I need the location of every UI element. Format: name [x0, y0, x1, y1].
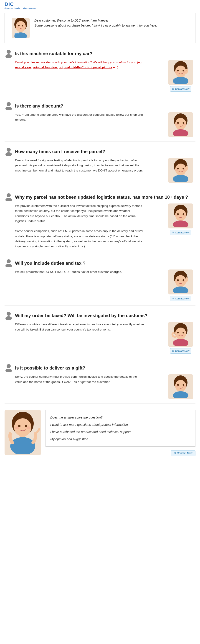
section-2-avatar: [168, 112, 193, 137]
svg-point-63: [183, 332, 184, 334]
section-5-header: Will you include duties and tax ?: [5, 259, 195, 267]
svg-point-55: [173, 286, 188, 293]
divider-7: [5, 403, 195, 404]
section-6-contact-btn[interactable]: ✉ Contact Now: [170, 348, 191, 354]
person-icon-1: [5, 50, 13, 58]
svg-point-75: [183, 386, 186, 387]
svg-point-47: [183, 214, 186, 216]
footer-avatar-svg: [6, 411, 40, 454]
person-icon-6: [5, 312, 13, 320]
msg-icon-6: ✉: [172, 349, 174, 352]
avatar-svg-3: [169, 159, 192, 182]
svg-point-35: [173, 175, 188, 182]
footer-avatar: [5, 410, 41, 455]
divider-5: [5, 305, 195, 306]
svg-point-6: [17, 26, 19, 28]
footer-line-2: I want to ask more questions about produ…: [50, 422, 191, 428]
section-4-answer-text: We provide customers with the quickest a…: [15, 204, 143, 248]
section-1-body: Could you please provide us with your ca…: [15, 60, 195, 92]
section-3-header: How many times can I receive the parcel?: [5, 148, 195, 156]
footer-contact-label: Contact Now: [177, 452, 192, 455]
section-3-body: Due to the need for rigorous testing of …: [15, 158, 195, 183]
section-7: Is it possible to deliver as a gift? Sor…: [0, 360, 200, 402]
section-5-question: Will you include duties and tax ?: [15, 261, 195, 266]
section-1-contact-btn[interactable]: ✉ Contact Now: [170, 86, 191, 92]
contact-btn-label-4: Contact Now: [175, 231, 189, 234]
section-1-right: ✉ Contact Now: [166, 60, 195, 92]
footer-contact-btn[interactable]: ✉ Contact Now: [171, 450, 195, 456]
divider-2: [5, 141, 195, 142]
section-5-avatar: [168, 270, 193, 294]
page-wrapper: DIC dlcautomotiveelectr.aliexpress.com: [0, 0, 200, 461]
section-6-answer-text: Different countries have different taxat…: [15, 322, 144, 331]
section-6-avatar: [168, 322, 193, 347]
svg-point-7: [22, 26, 25, 28]
svg-point-73: [173, 391, 188, 398]
person-icon-5: [5, 259, 13, 267]
section-7-body: Sorry, the courier company must provide …: [15, 374, 195, 399]
msg-icon-4: ✉: [172, 231, 174, 234]
svg-point-29: [6, 152, 12, 156]
svg-point-58: [7, 312, 11, 316]
person-icon-4: [5, 193, 13, 201]
section-2-question: Is there any discount?: [15, 104, 195, 109]
svg-point-19: [6, 106, 12, 110]
section-7-answer: Sorry, the courier company must provide …: [15, 374, 145, 384]
section-1: Is this machine suitable for my car? Cou…: [0, 45, 200, 94]
section-2-answer-text: Yes, From time to time our shop will hav…: [15, 113, 143, 121]
person-svg-5: [5, 259, 13, 267]
section-5-right: ✉ Contact Now: [166, 270, 195, 301]
header-message: Some questions about purchase before, I …: [34, 24, 157, 27]
header-avatar-svg: [12, 18, 30, 38]
section-7-answer-text: Sorry, the courier company must provide …: [15, 375, 137, 383]
section-4-right: ✉ Contact Now: [166, 204, 195, 235]
logo-bar: DIC dlcautomotiveelectr.aliexpress.com: [0, 0, 200, 11]
section-6-question: Will my order be taxed? Will be investig…: [15, 313, 195, 318]
footer-contact-row: ✉ Contact Now: [46, 449, 195, 456]
section-1-question: Is this machine suitable for my car?: [15, 51, 195, 56]
svg-point-83: [10, 437, 35, 454]
section-6-answer: Different countries have different taxat…: [15, 322, 145, 332]
avatar-svg-2: [169, 114, 192, 136]
svg-point-67: [6, 368, 12, 372]
logo-sub: dlcautomotiveelectr.aliexpress.com: [5, 7, 36, 10]
section-7-question: Is it possible to deliver as a gift?: [15, 366, 195, 371]
avatar-svg-4: [169, 204, 192, 227]
header-text: Dear customer, Welcome to DLC store, I a…: [34, 18, 157, 28]
section-3: How many times can I receive the parcel?…: [0, 143, 200, 185]
svg-point-46: [176, 214, 178, 216]
section-1-answer-text: Could you please provide us with your ca…: [15, 60, 142, 69]
section-4-contact-btn[interactable]: ✉ Contact Now: [170, 230, 191, 235]
section-1-header: Is this machine suitable for my car?: [5, 50, 195, 58]
svg-point-25: [173, 129, 188, 136]
svg-point-74: [176, 386, 178, 387]
person-svg-1: [5, 50, 13, 58]
section-3-answer-text: Due to the need for rigorous testing of …: [15, 158, 144, 172]
contact-btn-label-6: Contact Now: [175, 350, 189, 352]
svg-point-9: [6, 54, 12, 58]
person-svg-4: [5, 193, 13, 201]
section-1-avatar: [168, 60, 193, 85]
section-4-question: Why my parcel has not been updated logis…: [15, 195, 195, 200]
divider-4: [5, 253, 195, 253]
person-icon-7: [5, 364, 13, 372]
section-6-body: Different countries have different taxat…: [15, 322, 195, 354]
section-6: Will my order be taxed? Will be investig…: [0, 307, 200, 356]
section-2-body: Yes, From time to time our shop will hav…: [15, 112, 195, 137]
section-5-contact-btn[interactable]: ✉ Contact Now: [170, 296, 191, 301]
person-svg-6: [5, 312, 13, 320]
contact-btn-label-1: Contact Now: [175, 88, 189, 90]
svg-point-38: [7, 193, 11, 197]
msg-icon-1: ✉: [172, 87, 174, 90]
footer-line-4: My opinion and suggestion.: [50, 436, 191, 442]
divider-6: [5, 358, 195, 358]
section-4-header: Why my parcel has not been updated logis…: [5, 193, 195, 201]
avatar-svg-5: [169, 270, 192, 293]
section-2-right: [166, 112, 195, 137]
section-5: Will you include duties and tax ? We sel…: [0, 255, 200, 304]
section-6-right: ✉ Contact Now: [166, 322, 195, 354]
svg-point-62: [177, 332, 179, 334]
svg-point-66: [7, 364, 11, 368]
section-3-answer: Due to the need for rigorous testing of …: [15, 158, 145, 173]
section-5-answer-text: We sell products that DO NOT INCLUDE dut…: [15, 270, 122, 274]
